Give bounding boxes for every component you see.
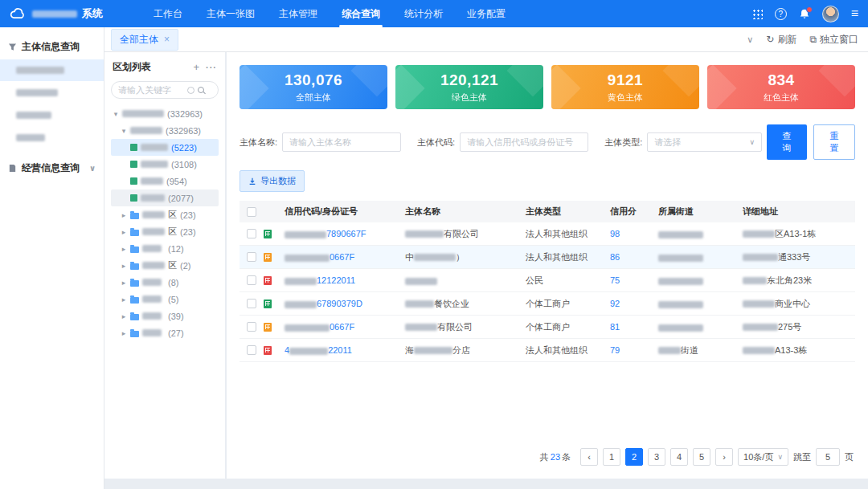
tree-node[interactable]: ▸(8) — [111, 274, 219, 291]
menu-item-workbench[interactable]: 工作台 — [141, 0, 194, 27]
credit-code-link[interactable]: 12122011 — [317, 275, 355, 285]
menu-item-statistics[interactable]: 统计分析 — [392, 0, 455, 27]
tab-all-subjects[interactable]: 全部主体 × — [111, 29, 178, 51]
status-building-icon — [264, 300, 272, 308]
jump-page-input[interactable] — [816, 448, 840, 466]
tree-node[interactable]: (954) — [111, 173, 219, 189]
search-icon[interactable] — [198, 87, 204, 93]
caret-right-icon[interactable]: ▸ — [121, 262, 127, 270]
redacted-text — [142, 228, 165, 235]
hamburger-menu-icon[interactable]: ≡ — [851, 7, 858, 20]
row-checkbox[interactable] — [247, 345, 256, 355]
credit-code-link[interactable]: 67890379D — [317, 299, 362, 308]
redacted-text — [743, 230, 775, 238]
tree-node-selected[interactable]: (5223) — [111, 139, 219, 156]
tree-node[interactable]: ▸(12) — [111, 240, 219, 257]
subject-name-input[interactable] — [282, 132, 401, 152]
tree-node[interactable]: ▸(5) — [111, 291, 219, 308]
stat-value: 9121 — [608, 71, 643, 89]
query-button[interactable]: 查询 — [767, 124, 807, 160]
credit-code-link[interactable]: 0667F — [330, 252, 354, 262]
table-row[interactable]: 12122011 公民 75 东北角23米 — [240, 269, 855, 292]
table-row[interactable]: 0667F 有限公司 个体工商户 81 275号 — [240, 316, 855, 339]
tabs-collapse-chevron-icon[interactable]: ∨ — [747, 35, 753, 45]
stat-card-red-subjects[interactable]: 834 红色主体 — [707, 65, 855, 109]
tree-node[interactable]: ▸区(2) — [111, 257, 219, 274]
subject-code-input[interactable] — [460, 132, 588, 152]
page-button-2-active[interactable]: 2 — [625, 448, 643, 466]
tree-node[interactable]: ▸(27) — [111, 324, 219, 341]
sidebar-item[interactable] — [0, 104, 104, 126]
sidebar-item[interactable] — [0, 127, 104, 149]
address: A13-3栋 — [775, 345, 807, 355]
caret-down-icon[interactable]: ▾ — [113, 110, 119, 118]
caret-right-icon[interactable]: ▸ — [121, 279, 127, 287]
stat-card-yellow-subjects[interactable]: 9121 黄色主体 — [551, 65, 699, 109]
caret-right-icon[interactable]: ▸ — [121, 245, 127, 253]
more-icon[interactable]: ··· — [206, 63, 217, 72]
address: 东北角23米 — [767, 275, 812, 285]
jump-label: 跳至 — [793, 451, 811, 463]
page-button-5[interactable]: 5 — [693, 448, 710, 466]
table-row[interactable]: 7890667F 有限公司 法人和其他组织 98 区A13-1栋 — [240, 222, 855, 246]
select-all-checkbox[interactable] — [247, 207, 256, 217]
tree-search-input[interactable] — [118, 85, 184, 95]
tree-node[interactable]: ▸区(23) — [111, 206, 219, 223]
refresh-button[interactable]: ↻ 刷新 — [766, 33, 796, 47]
tree-node[interactable]: ▸区(23) — [111, 223, 219, 240]
help-icon[interactable]: ? — [775, 8, 787, 20]
menu-item-business-config[interactable]: 业务配置 — [455, 0, 518, 27]
system-title-suffix: 系统 — [82, 6, 103, 21]
page-button-3[interactable]: 3 — [648, 448, 665, 466]
sidebar-item[interactable] — [0, 82, 104, 104]
add-icon[interactable]: + — [193, 61, 199, 73]
close-icon[interactable]: × — [164, 34, 170, 45]
open-new-window-button[interactable]: ⧉ 独立窗口 — [809, 33, 858, 47]
apps-grid-icon[interactable] — [752, 9, 763, 19]
stat-card-green-subjects[interactable]: 120,121 绿色主体 — [395, 65, 543, 109]
row-checkbox[interactable] — [247, 275, 256, 285]
page-size-select[interactable]: 10条/页 ∨ — [738, 448, 788, 466]
prev-page-button[interactable]: ‹ — [580, 448, 598, 466]
user-avatar[interactable] — [822, 6, 839, 22]
subject-type-select[interactable]: 请选择 ∨ — [647, 132, 762, 152]
stat-card-all-subjects[interactable]: 130,076 全部主体 — [240, 65, 387, 109]
row-checkbox[interactable] — [247, 252, 256, 262]
row-checkbox[interactable] — [247, 299, 256, 308]
tree-node[interactable]: (3108) — [111, 156, 219, 173]
menu-item-subject-mgmt[interactable]: 主体管理 — [267, 0, 330, 27]
next-page-button[interactable]: › — [715, 448, 733, 466]
row-checkbox[interactable] — [247, 229, 256, 238]
menu-item-composite-query[interactable]: 综合查询 — [330, 0, 392, 27]
tree-node[interactable]: ▾(332963) — [111, 105, 219, 122]
reset-button[interactable]: 重置 — [813, 124, 855, 160]
caret-right-icon[interactable]: ▸ — [121, 329, 127, 337]
redacted-text — [743, 324, 778, 331]
page-button-4[interactable]: 4 — [670, 448, 688, 466]
page-button-1[interactable]: 1 — [603, 448, 620, 466]
sidebar-item[interactable] — [0, 59, 104, 81]
notification-bell-icon[interactable] — [799, 8, 810, 19]
credit-code-link[interactable]: 7890667F — [326, 229, 366, 238]
credit-code-link[interactable]: 0667F — [330, 322, 354, 332]
caret-right-icon[interactable]: ▸ — [121, 228, 127, 236]
caret-right-icon[interactable]: ▸ — [121, 312, 127, 320]
sidebar-section-business-query[interactable]: 经营信息查询 ∨ — [0, 157, 104, 180]
table-row[interactable]: 422011 海分店 法人和其他组织 79 街道 A13-3栋 — [240, 339, 855, 362]
table-row[interactable]: 67890379D 餐饮企业 个体工商户 92 商业中心 — [240, 292, 855, 316]
table-row[interactable]: 0667F 中） 法人和其他组织 86 通333号 — [240, 246, 855, 269]
page-size-value: 10条/页 — [743, 451, 773, 463]
credit-code-link[interactable]: 22011 — [328, 345, 352, 355]
tree-node[interactable]: (2077) — [111, 189, 219, 206]
menu-item-subject-map[interactable]: 主体一张图 — [194, 0, 267, 27]
caret-down-icon[interactable]: ▾ — [121, 127, 127, 135]
export-data-button[interactable]: 导出数据 — [240, 170, 305, 192]
caret-right-icon[interactable]: ▸ — [121, 295, 127, 304]
tree-search-box[interactable] — [111, 81, 219, 99]
tree-node[interactable]: ▾(332963) — [111, 122, 219, 139]
caret-right-icon[interactable]: ▸ — [121, 211, 127, 219]
row-checkbox[interactable] — [247, 322, 256, 332]
tree-node[interactable]: ▸(39) — [111, 308, 219, 324]
clear-circle-icon[interactable] — [187, 87, 194, 94]
sidebar-section-subject-query[interactable]: 主体信息查询 — [0, 35, 104, 59]
